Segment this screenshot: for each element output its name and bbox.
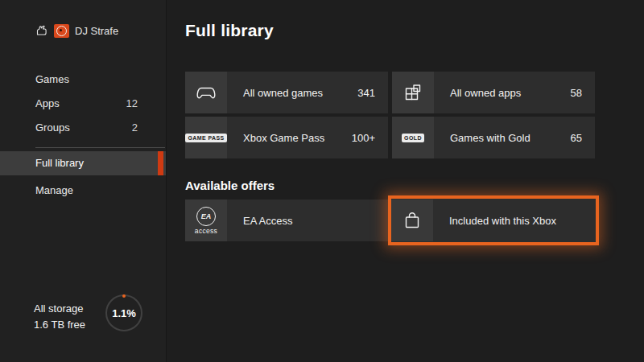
tile-count: 341 xyxy=(357,87,375,99)
focus-highlight-frame: Included with this Xbox xyxy=(388,195,599,245)
sidebar: DJ Strafe Games Apps 12 Groups 2 Full li… xyxy=(0,0,167,362)
turntable-disc-icon xyxy=(56,26,67,36)
ea-logo-circle: EA xyxy=(196,207,216,226)
sidebar-divider xyxy=(35,147,165,148)
sidebar-item-label: Manage xyxy=(35,179,73,203)
storage-percent-label: 1.1% xyxy=(107,296,141,330)
user-profile[interactable]: DJ Strafe xyxy=(34,23,118,38)
storage-line1: All storage xyxy=(34,301,85,317)
sidebar-item-count: 2 xyxy=(132,117,138,138)
tile-label: Xbox Game Pass xyxy=(243,132,324,144)
gold-badge-text: GOLD xyxy=(402,134,424,142)
tile-ea-access[interactable]: EA access EA Access xyxy=(185,200,388,241)
sidebar-item-manage[interactable]: Manage xyxy=(0,179,166,203)
tile-count: 58 xyxy=(571,87,582,99)
sidebar-item-full-library[interactable]: Full library xyxy=(0,151,166,175)
tile-count: 100+ xyxy=(352,132,375,144)
game-pass-badge-icon: GAME PASS xyxy=(185,117,227,158)
storage-summary: All storage 1.6 TB free xyxy=(34,301,85,333)
storage-line2: 1.6 TB free xyxy=(34,317,85,333)
tile-xbox-game-pass[interactable]: GAME PASS Xbox Game Pass 100+ xyxy=(185,117,388,158)
tile-count: 65 xyxy=(571,132,582,144)
gold-badge-icon: GOLD xyxy=(392,117,434,158)
tile-label: EA Access xyxy=(243,215,292,227)
sidebar-item-label: Apps xyxy=(35,93,60,114)
gamerpic-icon xyxy=(34,23,48,38)
tile-label: All owned apps xyxy=(450,87,521,99)
storage-gauge: 1.1% xyxy=(105,294,142,331)
controller-icon xyxy=(185,72,227,113)
sidebar-item-label: Full library xyxy=(35,151,84,175)
sidebar-item-count: 12 xyxy=(126,93,138,114)
game-pass-badge-text: GAME PASS xyxy=(185,134,226,142)
sidebar-item-groups[interactable]: Groups 2 xyxy=(0,117,166,138)
sidebar-item-label: Games xyxy=(35,69,69,90)
ea-access-text: access xyxy=(195,227,217,235)
page-title: Full library xyxy=(185,21,274,40)
tile-label: All owned games xyxy=(243,87,323,99)
tile-label: Included with this Xbox xyxy=(449,215,556,227)
avatar xyxy=(54,24,69,38)
xbox-library-screen: DJ Strafe Games Apps 12 Groups 2 Full li… xyxy=(0,0,644,362)
apps-grid-icon xyxy=(392,72,434,113)
gamertag-label: DJ Strafe xyxy=(75,25,118,37)
selected-indicator-bar xyxy=(158,151,163,175)
section-title-available-offers: Available offers xyxy=(185,179,275,192)
tile-included-with-this-xbox[interactable]: Included with this Xbox xyxy=(391,199,596,242)
ea-access-icon: EA access xyxy=(185,200,227,241)
tile-all-owned-apps[interactable]: All owned apps 58 xyxy=(392,72,595,113)
tile-games-with-gold[interactable]: GOLD Games with Gold 65 xyxy=(392,117,595,158)
sidebar-item-label: Groups xyxy=(35,117,70,138)
tile-all-owned-games[interactable]: All owned games 341 xyxy=(185,72,388,113)
shopping-bag-icon xyxy=(391,200,433,241)
main-panel: Full library All owned games 341 All own… xyxy=(167,0,644,362)
sidebar-item-games[interactable]: Games xyxy=(0,69,166,90)
sidebar-item-apps[interactable]: Apps 12 xyxy=(0,93,166,114)
tile-label: Games with Gold xyxy=(450,132,530,144)
